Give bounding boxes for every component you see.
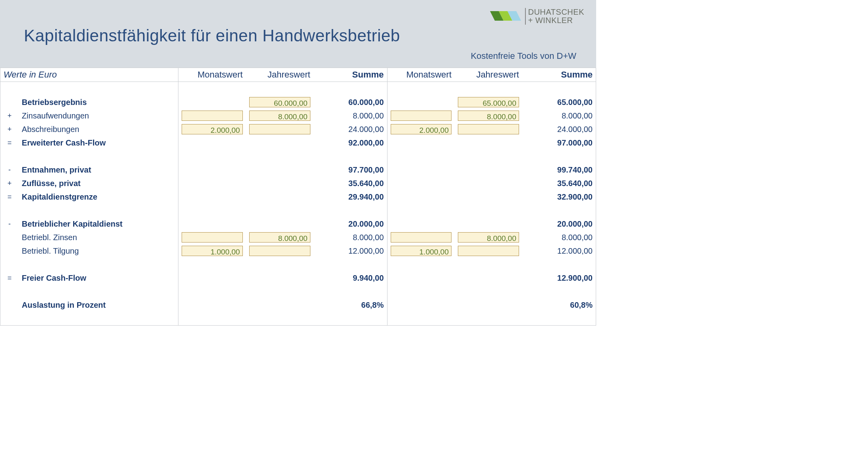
op: + bbox=[0, 109, 19, 122]
input-jahr-a[interactable]: 60.000,00 bbox=[249, 97, 310, 107]
row-erweiterter-cashflow: = Erweiterter Cash-Flow 92.000,00 97.000… bbox=[0, 136, 596, 149]
summe-b: 32.900,00 bbox=[522, 190, 596, 204]
row-kapitaldienstgrenze: = Kapitaldienstgrenze 29.940,00 32.900,0… bbox=[0, 190, 596, 204]
op bbox=[0, 298, 19, 312]
summe-a: 12.000,00 bbox=[314, 244, 387, 258]
row-betriebsergebnis: Betriebsergebnis 60.000,00 60.000,00 65.… bbox=[0, 95, 596, 109]
summe-b: 20.000,00 bbox=[522, 217, 596, 231]
summe-b: 99.740,00 bbox=[522, 163, 596, 177]
label: Zuflüsse, privat bbox=[19, 177, 178, 190]
label: Erweiterter Cash-Flow bbox=[19, 136, 178, 149]
label: Betrieblicher Kapitaldienst bbox=[19, 217, 178, 231]
summe-a: 35.640,00 bbox=[314, 177, 387, 190]
logo-line2: + WINKLER bbox=[528, 16, 584, 25]
input-jahr-a[interactable]: 8.000,00 bbox=[249, 232, 310, 243]
input-jahr-a[interactable]: . bbox=[249, 124, 310, 134]
op bbox=[0, 95, 19, 109]
summe-a: 20.000,00 bbox=[314, 217, 387, 231]
summe-a: 8.000,00 bbox=[314, 231, 387, 244]
input-jahr-a[interactable]: . bbox=[249, 246, 310, 256]
summe-b: 8.000,00 bbox=[522, 231, 596, 244]
input-jahr-a[interactable]: 8.000,00 bbox=[249, 111, 310, 121]
logo-text: DUHATSCHEK + WINKLER bbox=[525, 8, 584, 25]
input-jahr-b[interactable]: . bbox=[458, 246, 519, 256]
row-freier-cashflow: = Freier Cash-Flow 9.940,00 12.900,00 bbox=[0, 271, 596, 285]
input-jahr-b[interactable]: 8.000,00 bbox=[458, 232, 519, 243]
label: Zinsaufwendungen bbox=[19, 109, 178, 122]
input-monat-a[interactable]: . bbox=[182, 232, 242, 243]
input-monat-b[interactable]: . bbox=[391, 232, 451, 243]
summe-a: 29.940,00 bbox=[314, 190, 387, 204]
summe-a: 97.700,00 bbox=[314, 163, 387, 177]
row-auslastung: Auslastung in Prozent 66,8% 60,8% bbox=[0, 298, 596, 312]
logo: DUHATSCHEK + WINKLER bbox=[490, 7, 584, 25]
op: - bbox=[0, 217, 19, 231]
op bbox=[0, 244, 19, 258]
summe-a: 24.000,00 bbox=[314, 122, 387, 136]
logo-line1: DUHATSCHEK bbox=[528, 8, 584, 16]
label: Betriebl. Zinsen bbox=[19, 231, 178, 244]
input-jahr-b[interactable]: . bbox=[458, 124, 519, 134]
col-summe-b: Summe bbox=[522, 68, 596, 82]
col-jahr-b: Jahreswert bbox=[455, 68, 522, 82]
label: Abschreibungen bbox=[19, 122, 178, 136]
summe-b: 65.000,00 bbox=[522, 95, 596, 109]
summe-b: 12.900,00 bbox=[522, 271, 596, 285]
input-jahr-b[interactable]: 8.000,00 bbox=[458, 111, 519, 121]
input-monat-a[interactable]: 1.000,00 bbox=[182, 246, 242, 256]
label: Kapitaldienstgrenze bbox=[19, 190, 178, 204]
row-abschreibungen: + Abschreibungen 2.000,00 . 24.000,00 2.… bbox=[0, 122, 596, 136]
col-summe-a: Summe bbox=[314, 68, 387, 82]
label: Auslastung in Prozent bbox=[19, 298, 178, 312]
summe-b: 35.640,00 bbox=[522, 177, 596, 190]
summe-a: 66,8% bbox=[314, 298, 387, 312]
col-caption: Werte in Euro bbox=[0, 68, 178, 82]
input-monat-a[interactable]: 2.000,00 bbox=[182, 124, 242, 134]
label: Freier Cash-Flow bbox=[19, 271, 178, 285]
row-entnahmen: - Entnahmen, privat 97.700,00 99.740,00 bbox=[0, 163, 596, 177]
op: + bbox=[0, 122, 19, 136]
input-monat-b[interactable]: 1.000,00 bbox=[391, 246, 451, 256]
page-title: Kapitaldienstfähigkeit für einen Handwer… bbox=[24, 26, 584, 45]
summe-b: 24.000,00 bbox=[522, 122, 596, 136]
header: DUHATSCHEK + WINKLER Kapitaldienstfähigk… bbox=[0, 0, 596, 68]
summe-b: 97.000,00 bbox=[522, 136, 596, 149]
row-betr-zinsen: Betriebl. Zinsen . 8.000,00 8.000,00 . 8… bbox=[0, 231, 596, 244]
op: = bbox=[0, 136, 19, 149]
summe-b: 8.000,00 bbox=[522, 109, 596, 122]
col-monat-b: Monatswert bbox=[387, 68, 455, 82]
op: + bbox=[0, 177, 19, 190]
op: - bbox=[0, 163, 19, 177]
label: Betriebsergebnis bbox=[19, 95, 178, 109]
summe-a: 92.000,00 bbox=[314, 136, 387, 149]
row-zufluesse: + Zuflüsse, privat 35.640,00 35.640,00 bbox=[0, 177, 596, 190]
row-zinsaufwendungen: + Zinsaufwendungen . 8.000,00 8.000,00 .… bbox=[0, 109, 596, 122]
col-monat-a: Monatswert bbox=[178, 68, 246, 82]
op bbox=[0, 231, 19, 244]
summe-b: 12.000,00 bbox=[522, 244, 596, 258]
input-jahr-b[interactable]: 65.000,00 bbox=[458, 97, 519, 107]
page-subtitle: Kostenfreie Tools von D+W bbox=[24, 49, 584, 64]
summe-b: 60,8% bbox=[522, 298, 596, 312]
label: Betriebl. Tilgung bbox=[19, 244, 178, 258]
row-betr-tilgung: Betriebl. Tilgung 1.000,00 . 12.000,00 1… bbox=[0, 244, 596, 258]
logo-icon bbox=[490, 7, 522, 25]
summe-a: 8.000,00 bbox=[314, 109, 387, 122]
label: Entnahmen, privat bbox=[19, 163, 178, 177]
op: = bbox=[0, 190, 19, 204]
calc-table: Werte in Euro Monatswert Jahreswert Summ… bbox=[0, 68, 596, 326]
col-jahr-a: Jahreswert bbox=[246, 68, 314, 82]
summe-a: 9.940,00 bbox=[314, 271, 387, 285]
input-monat-a[interactable]: . bbox=[182, 111, 242, 121]
input-monat-b[interactable]: . bbox=[391, 111, 451, 121]
row-betr-kapitaldienst: - Betrieblicher Kapitaldienst 20.000,00 … bbox=[0, 217, 596, 231]
input-monat-b[interactable]: 2.000,00 bbox=[391, 124, 451, 134]
summe-a: 60.000,00 bbox=[314, 95, 387, 109]
page: DUHATSCHEK + WINKLER Kapitaldienstfähigk… bbox=[0, 0, 596, 326]
table-header-row: Werte in Euro Monatswert Jahreswert Summ… bbox=[0, 68, 596, 82]
op: = bbox=[0, 271, 19, 285]
